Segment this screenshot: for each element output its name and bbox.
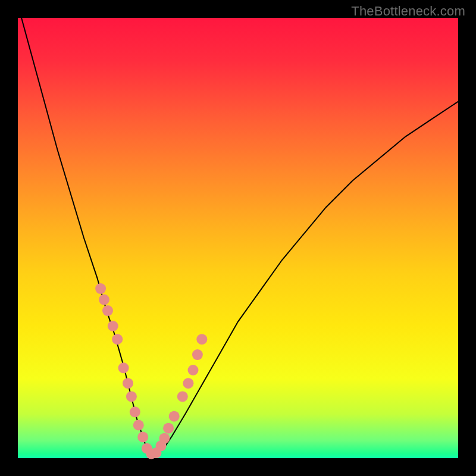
bead (192, 349, 203, 360)
bead (183, 378, 193, 389)
bead (126, 391, 137, 402)
plot-area (18, 18, 458, 458)
chart-svg (18, 18, 458, 458)
bead (163, 423, 174, 434)
bead (133, 420, 144, 431)
bead (102, 305, 113, 316)
bead (112, 334, 123, 345)
bead (99, 295, 109, 305)
bead (130, 406, 140, 417)
bead (123, 378, 133, 389)
bead (196, 334, 207, 345)
bead (108, 321, 118, 331)
watermark-text: TheBottleneck.com (351, 4, 465, 19)
bead (177, 391, 188, 402)
bead (95, 283, 106, 294)
bead (169, 411, 180, 422)
chart-frame: TheBottleneck.com (0, 0, 476, 476)
bottleneck-curve (18, 5, 458, 454)
bead (159, 433, 170, 444)
bead (188, 365, 199, 375)
bead (118, 362, 129, 373)
beads-group (95, 283, 207, 459)
bead (137, 432, 148, 443)
